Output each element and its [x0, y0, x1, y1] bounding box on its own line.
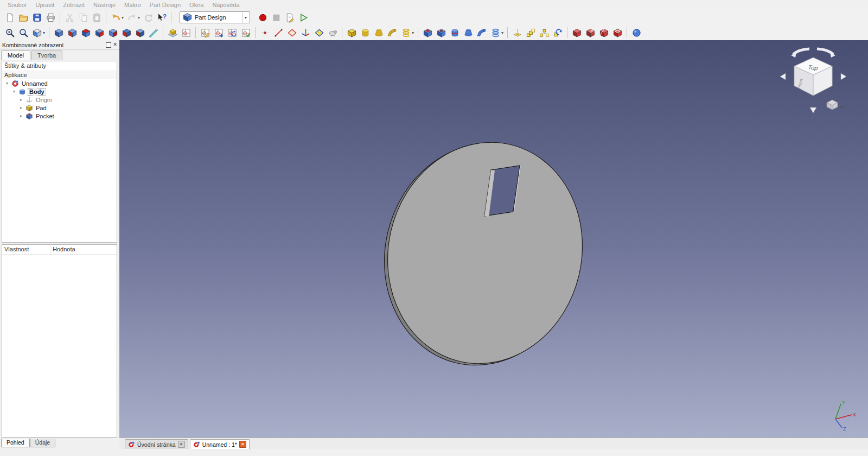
multitransform-icon[interactable] — [551, 26, 564, 39]
panel-tab-daje[interactable]: Údaje — [30, 439, 55, 447]
3d-model-view[interactable] — [119, 40, 868, 438]
menu-soubor[interactable]: Soubor — [3, 1, 31, 9]
menu-okna[interactable]: Okna — [185, 1, 208, 9]
new-file-icon[interactable] — [3, 11, 16, 24]
close-panel-icon[interactable]: ✕ — [113, 42, 117, 47]
tab-tvorba[interactable]: Tvorba — [31, 50, 62, 60]
additive-helix-icon-dropdown[interactable]: ▾ — [412, 30, 414, 35]
reorient-sketch-icon[interactable] — [226, 26, 239, 39]
isometric-view-icon[interactable] — [52, 26, 65, 39]
open-file-icon[interactable] — [17, 11, 30, 24]
refresh-icon[interactable] — [142, 11, 155, 24]
expand-icon[interactable]: ▸ — [18, 97, 24, 102]
workbench-selector[interactable]: Part Design▾ — [180, 11, 250, 23]
validate-sketch-icon[interactable] — [239, 26, 252, 39]
document-tab-unnamed-1[interactable]: Unnamed : 1*✕ — [190, 439, 250, 449]
draw-style-icon-dropdown[interactable]: ▾ — [43, 30, 45, 35]
whats-this-icon[interactable]: ? — [155, 11, 168, 24]
tree-item-pocket[interactable]: ▸Pocket — [2, 112, 117, 120]
boolean-icon[interactable] — [630, 26, 643, 39]
save-icon[interactable] — [30, 11, 43, 24]
cut-icon[interactable] — [63, 11, 76, 24]
tree-item-body[interactable]: ▾Body — [2, 87, 117, 96]
undo-icon-dropdown[interactable]: ▾ — [122, 15, 124, 20]
collapse-icon[interactable]: ▾ — [11, 89, 17, 94]
float-panel-icon[interactable] — [106, 42, 111, 48]
viewport-3d[interactable]: Top Front Y X Z — [119, 40, 868, 438]
additive-loft-icon[interactable] — [372, 26, 385, 39]
workbench-dropdown-icon[interactable]: ▾ — [242, 12, 248, 23]
front-view-icon[interactable] — [66, 26, 79, 39]
rear-view-icon[interactable] — [106, 26, 119, 39]
tab-model[interactable]: Model — [1, 50, 30, 60]
macro-edit-icon[interactable] — [283, 11, 296, 24]
panel-tab-pohled[interactable]: Pohled — [1, 439, 30, 447]
undo-icon[interactable] — [109, 11, 122, 24]
draft-icon[interactable] — [597, 26, 610, 39]
right-view-icon[interactable] — [93, 26, 106, 39]
datum-line-icon[interactable] — [272, 26, 285, 39]
subtractive-helix-icon-dropdown[interactable]: ▾ — [501, 30, 503, 35]
freecad-logo-icon — [128, 441, 135, 448]
menu-upravit[interactable]: Upravit — [31, 1, 59, 9]
subtractive-pipe-icon[interactable] — [475, 26, 488, 39]
linear-pattern-icon[interactable] — [524, 26, 537, 39]
bottom-view-icon[interactable] — [120, 26, 133, 39]
revolution-icon[interactable] — [359, 26, 372, 39]
macro-record-icon[interactable] — [256, 11, 269, 24]
subtractive-helix-icon[interactable] — [489, 26, 502, 39]
local-coordinate-system-icon[interactable] — [299, 26, 312, 39]
polar-pattern-icon[interactable] — [538, 26, 551, 39]
create-body-icon[interactable] — [166, 26, 179, 39]
left-view-icon[interactable] — [133, 26, 146, 39]
chamfer-icon[interactable] — [584, 26, 597, 39]
create-sketch-icon[interactable] — [180, 26, 193, 39]
fit-selection-icon[interactable] — [17, 26, 30, 39]
additive-pipe-icon[interactable] — [386, 26, 399, 39]
groove-icon[interactable] — [448, 26, 461, 39]
fillet-icon[interactable] — [570, 26, 583, 39]
toolbar-separator — [342, 27, 342, 38]
redo-icon[interactable] — [125, 11, 138, 24]
pad-icon[interactable] — [345, 26, 358, 39]
navigation-cube[interactable]: Top Front — [778, 42, 848, 118]
print-icon[interactable] — [44, 11, 57, 24]
draw-style-icon[interactable] — [30, 26, 43, 39]
clone-icon[interactable] — [326, 26, 339, 39]
collapse-icon[interactable]: ▾ — [4, 81, 10, 86]
top-view-icon[interactable] — [79, 26, 92, 39]
property-editor: Vlastnost Hodnota — [2, 244, 117, 438]
edit-sketch-icon[interactable] — [199, 26, 212, 39]
datum-point-icon[interactable] — [258, 26, 271, 39]
subtractive-loft-icon[interactable] — [462, 26, 475, 39]
macro-play-icon[interactable] — [297, 11, 310, 24]
measure-icon[interactable] — [147, 26, 160, 39]
tree-item-origin[interactable]: ▸Origin — [2, 96, 117, 104]
menu-makro[interactable]: Makro — [120, 1, 145, 9]
expand-icon[interactable]: ▸ — [18, 105, 24, 110]
shape-binder-icon[interactable] — [312, 26, 326, 39]
tree-item-unnamed[interactable]: ▾Unnamed — [2, 79, 117, 87]
copy-icon[interactable] — [76, 11, 90, 24]
tree: ▾Unnamed▾Body▸Origin▸Pad▸Pocket — [2, 79, 117, 120]
map-sketch-icon[interactable] — [212, 26, 225, 39]
pocket-icon[interactable] — [421, 26, 434, 39]
paste-icon[interactable] — [90, 11, 103, 24]
menu-zobrazit[interactable]: Zobrazit — [59, 1, 89, 9]
menu-n-stroje[interactable]: Nástroje — [89, 1, 120, 9]
menu-n-pov-da[interactable]: Nápověda — [208, 1, 244, 9]
close-tab-icon[interactable]: ✕ — [239, 441, 246, 448]
hole-icon[interactable] — [435, 26, 448, 39]
close-tab-icon[interactable]: ✕ — [178, 441, 185, 448]
pan-right-arrow-icon — [841, 73, 846, 80]
thickness-icon[interactable] — [611, 26, 624, 39]
fit-all-icon[interactable] — [3, 26, 16, 39]
document-tab-vodn-str-nka[interactable]: Úvodní stránka✕ — [125, 439, 188, 449]
additive-helix-icon[interactable] — [399, 26, 412, 39]
datum-plane-icon[interactable] — [285, 26, 298, 39]
expand-icon[interactable]: ▸ — [18, 113, 24, 118]
tree-item-pad[interactable]: ▸Pad — [2, 104, 117, 112]
menu-part-design[interactable]: Part Design — [145, 1, 185, 9]
macro-stop-icon[interactable] — [270, 11, 283, 24]
mirrored-icon[interactable] — [510, 26, 524, 39]
